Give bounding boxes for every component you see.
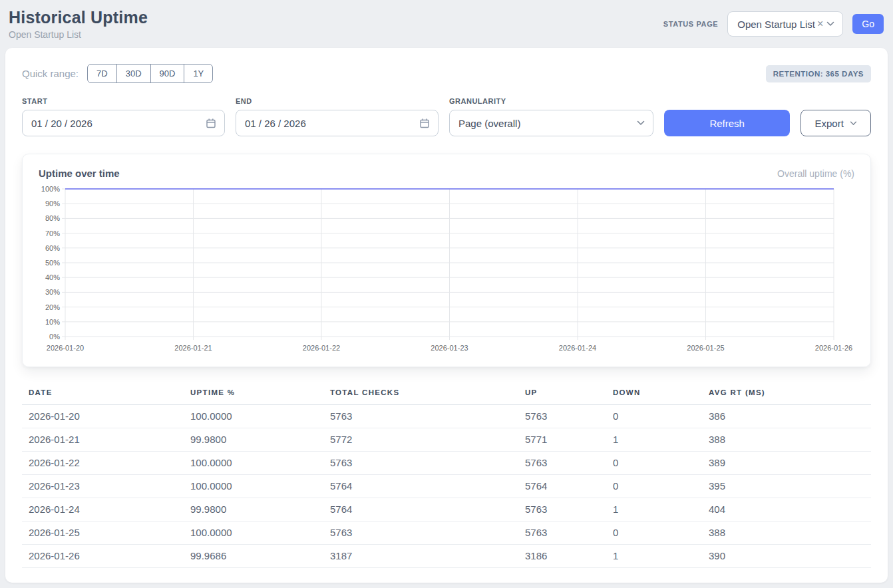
table-cell: 5763 — [518, 498, 606, 521]
calendar-icon[interactable] — [419, 118, 430, 128]
svg-text:0%: 0% — [49, 333, 60, 341]
svg-text:2026-01-26: 2026-01-26 — [815, 344, 852, 352]
table-row: 2026-01-2199.9800577257711388 — [22, 428, 871, 452]
table-cell: 389 — [702, 452, 871, 475]
svg-text:80%: 80% — [45, 214, 60, 222]
table-cell: 2026-01-21 — [22, 428, 184, 452]
table-cell: 1 — [606, 428, 702, 452]
table-cell: 2026-01-22 — [22, 452, 184, 475]
export-button[interactable]: Export — [801, 110, 871, 136]
start-date-field: START 01 / 20 / 2026 — [22, 97, 225, 136]
uptime-chart-card: Uptime over time Overall uptime (%) 0%10… — [22, 154, 871, 367]
end-date-label: END — [236, 97, 439, 105]
column-header: TOTAL CHECKS — [323, 382, 518, 405]
table-header: DATEUPTIME %TOTAL CHECKSUPDOWNAVG RT (MS… — [22, 382, 871, 405]
end-date-value: 01 / 26 / 2026 — [245, 118, 306, 129]
table-cell: 5764 — [323, 498, 518, 521]
svg-text:50%: 50% — [45, 259, 60, 267]
svg-text:100%: 100% — [41, 185, 60, 193]
quick-range-30d-button[interactable]: 30D — [116, 64, 151, 83]
column-header: UPTIME % — [184, 382, 323, 405]
quick-range-90d-button[interactable]: 90D — [150, 64, 185, 83]
svg-text:70%: 70% — [45, 229, 60, 237]
clear-icon[interactable]: × — [817, 19, 823, 29]
table-cell: 2026-01-26 — [22, 545, 184, 568]
chevron-down-icon — [637, 120, 645, 126]
end-date-field: END 01 / 26 / 2026 — [236, 97, 439, 136]
go-button[interactable]: Go — [852, 14, 884, 34]
quick-range-button-group: 7D30D90D1Y — [87, 64, 213, 83]
table-row: 2026-01-23100.0000576457640395 — [22, 475, 871, 498]
start-date-label: START — [22, 97, 225, 105]
table-cell: 99.9800 — [184, 498, 323, 521]
page-subtitle: Open Startup List — [9, 29, 148, 40]
status-page-label: STATUS PAGE — [663, 20, 718, 28]
column-header: AVG RT (MS) — [702, 382, 871, 405]
table-cell: 0 — [606, 521, 702, 545]
start-date-value: 01 / 20 / 2026 — [31, 118, 92, 129]
chart-header: Uptime over time Overall uptime (%) — [39, 168, 854, 179]
granularity-select[interactable]: Page (overall) — [449, 110, 653, 136]
status-page-select[interactable]: Open Startup List × — [727, 11, 843, 37]
table-cell: 2026-01-25 — [22, 521, 184, 545]
column-header: DOWN — [606, 382, 702, 405]
table-cell: 5763 — [518, 452, 606, 475]
table-cell: 100.0000 — [184, 475, 323, 498]
table-cell: 3186 — [518, 545, 606, 568]
table-cell: 5763 — [518, 405, 606, 428]
chart-title: Uptime over time — [39, 168, 120, 179]
calendar-icon[interactable] — [206, 118, 216, 128]
table-row: 2026-01-20100.0000576357630386 — [22, 405, 871, 428]
table-cell: 2026-01-20 — [22, 405, 184, 428]
svg-text:60%: 60% — [45, 244, 60, 252]
svg-text:2026-01-24: 2026-01-24 — [559, 344, 596, 352]
table-cell: 5771 — [518, 428, 606, 452]
svg-text:2026-01-20: 2026-01-20 — [47, 344, 84, 352]
quick-range-1y-button[interactable]: 1Y — [184, 64, 213, 83]
chevron-down-icon — [850, 121, 857, 126]
svg-text:2026-01-22: 2026-01-22 — [303, 344, 340, 352]
table-cell: 2026-01-23 — [22, 475, 184, 498]
table-row: 2026-01-2499.9800576457631404 — [22, 498, 871, 521]
table-cell: 386 — [702, 405, 871, 428]
main-panel: Quick range: 7D30D90D1Y RETENTION: 365 D… — [5, 48, 888, 583]
granularity-label: GRANULARITY — [449, 97, 653, 105]
table-cell: 100.0000 — [184, 452, 323, 475]
filter-form-row: START 01 / 20 / 2026 END 01 / 26 / 2026 — [22, 97, 871, 136]
table-row: 2026-01-2699.9686318731861390 — [22, 545, 871, 568]
svg-text:30%: 30% — [45, 288, 60, 296]
column-header: UP — [518, 382, 606, 405]
svg-text:10%: 10% — [45, 318, 60, 326]
table-body: 2026-01-20100.00005763576303862026-01-21… — [22, 405, 871, 568]
status-page-value: Open Startup List — [737, 19, 815, 30]
refresh-button[interactable]: Refresh — [664, 110, 790, 136]
chart-legend: Overall uptime (%) — [777, 168, 854, 179]
retention-badge: RETENTION: 365 DAYS — [766, 65, 871, 82]
table-cell: 5763 — [323, 452, 518, 475]
table-cell: 5772 — [323, 428, 518, 452]
uptime-chart: 0%10%20%30%40%50%60%70%80%90%100%2026-01… — [39, 184, 854, 359]
svg-text:2026-01-23: 2026-01-23 — [431, 344, 468, 352]
start-date-input[interactable]: 01 / 20 / 2026 — [22, 110, 225, 136]
table-cell: 5763 — [518, 521, 606, 545]
quick-range-7d-button[interactable]: 7D — [87, 64, 117, 83]
table-cell: 1 — [606, 545, 702, 568]
table-header-row: DATEUPTIME %TOTAL CHECKSUPDOWNAVG RT (MS… — [22, 382, 871, 405]
table-cell: 0 — [606, 452, 702, 475]
quick-range-label: Quick range: — [22, 68, 79, 79]
table-cell: 5764 — [323, 475, 518, 498]
svg-text:2026-01-21: 2026-01-21 — [174, 344, 212, 352]
svg-text:2026-01-25: 2026-01-25 — [687, 344, 724, 352]
table-cell: 390 — [702, 545, 871, 568]
table-cell: 388 — [702, 521, 871, 545]
table-row: 2026-01-25100.0000576357630388 — [22, 521, 871, 545]
granularity-field: GRANULARITY Page (overall) — [449, 97, 653, 136]
table-cell: 5763 — [323, 405, 518, 428]
svg-text:90%: 90% — [45, 200, 60, 208]
table-cell: 99.9800 — [184, 428, 323, 452]
table-cell: 100.0000 — [184, 521, 323, 545]
chevron-down-icon — [826, 21, 834, 27]
end-date-input[interactable]: 01 / 26 / 2026 — [236, 110, 439, 136]
table-cell: 395 — [702, 475, 871, 498]
table-cell: 5763 — [323, 521, 518, 545]
